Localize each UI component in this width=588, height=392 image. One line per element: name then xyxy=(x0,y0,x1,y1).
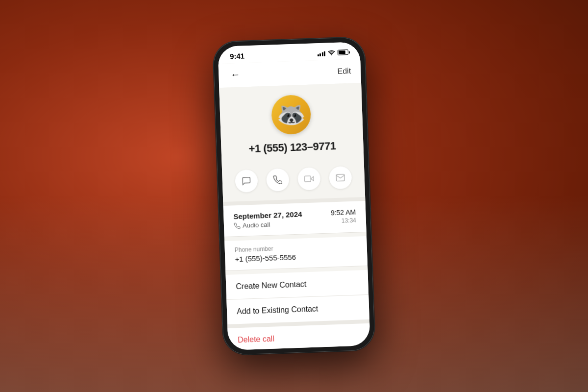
call-type: Audio call xyxy=(234,220,303,229)
danger-list: Delete call Block this Contact xyxy=(227,323,370,350)
phone-number-section: Phone number +1 (555)-555-5556 xyxy=(224,236,368,271)
message-button[interactable] xyxy=(235,170,258,193)
call-button[interactable] xyxy=(266,168,290,192)
avatar-section: 🦝 +1 (555) 123–9771 xyxy=(219,83,364,164)
phone-device: 9:41 xyxy=(213,37,375,355)
contact-phone-number: +1 (555) 123–9771 xyxy=(248,140,336,155)
avatar: 🦝 xyxy=(271,95,312,135)
chat-icon xyxy=(242,176,252,186)
action-list: Create New Contact Add to Existing Conta… xyxy=(226,270,369,324)
action-buttons-row xyxy=(222,159,366,202)
call-record-section: September 27, 2024 Audio call 9:52 AM 13… xyxy=(223,201,367,237)
delete-call-item[interactable]: Delete call xyxy=(227,323,370,350)
phone-shell: 9:41 xyxy=(213,37,375,355)
phone-field: Phone number +1 (555)-555-5556 xyxy=(224,236,368,271)
call-type-label: Audio call xyxy=(243,221,270,229)
call-right: 9:52 AM 13:34 xyxy=(331,208,356,225)
video-button[interactable] xyxy=(297,167,321,191)
phone-screen: 9:41 xyxy=(218,42,370,350)
status-icons xyxy=(317,49,348,56)
call-record: September 27, 2024 Audio call 9:52 AM 13… xyxy=(223,201,367,237)
status-time: 9:41 xyxy=(230,51,245,60)
mail-icon xyxy=(335,172,345,183)
wifi-icon xyxy=(328,49,335,56)
audio-call-icon xyxy=(234,222,241,229)
phone-icon xyxy=(272,175,283,185)
call-left: September 27, 2024 Audio call xyxy=(233,210,302,229)
svg-rect-1 xyxy=(304,176,311,182)
back-button[interactable]: ← xyxy=(228,67,243,83)
avatar-emoji: 🦝 xyxy=(276,102,306,127)
call-duration: 13:34 xyxy=(342,217,357,224)
call-date: September 27, 2024 xyxy=(233,210,302,220)
mail-button[interactable] xyxy=(329,166,352,190)
call-time: 9:52 AM xyxy=(331,208,356,217)
battery-icon xyxy=(338,49,348,55)
edit-button[interactable]: Edit xyxy=(337,66,351,75)
svg-marker-0 xyxy=(311,176,314,181)
video-icon xyxy=(304,174,314,184)
scroll-content: 🦝 +1 (555) 123–9771 xyxy=(219,83,370,350)
signal-icon xyxy=(317,50,325,56)
